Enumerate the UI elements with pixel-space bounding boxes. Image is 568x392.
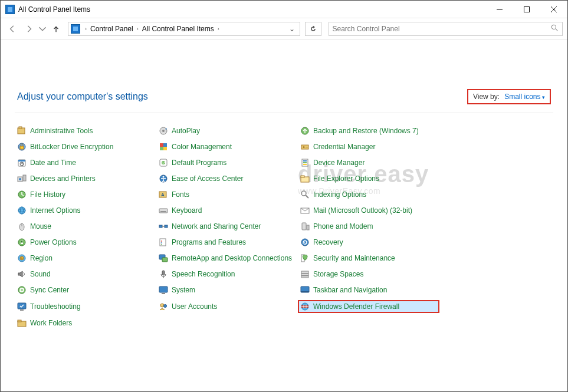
control-panel-item[interactable]: Windows Defender Firewall <box>298 300 439 313</box>
item-label: Mail (Microsoft Outlook) (32-bit) <box>313 206 412 215</box>
control-panel-item[interactable]: Administrative Tools <box>15 125 156 137</box>
view-by-control: View by: Small icons <box>467 89 551 104</box>
maximize-button[interactable] <box>513 1 540 18</box>
control-panel-item[interactable]: Color Management <box>156 141 298 153</box>
search-icon[interactable] <box>551 24 559 34</box>
control-panel-item[interactable]: Taskbar and Navigation <box>298 284 439 296</box>
refresh-button[interactable] <box>305 22 321 36</box>
control-panel-item[interactable]: AutoPlay <box>156 125 298 137</box>
chevron-right-icon[interactable]: › <box>85 26 87 32</box>
control-panel-item[interactable]: Ease of Access Center <box>156 173 298 185</box>
svg-point-33 <box>19 178 21 180</box>
users-icon <box>159 302 168 311</box>
control-panel-item[interactable]: Sync Center <box>15 284 156 296</box>
keyboard-icon <box>159 206 168 215</box>
explorer-icon <box>300 174 310 183</box>
control-panel-item[interactable]: Indexing Options <box>298 189 439 200</box>
breadcrumb-root[interactable]: Control Panel <box>89 24 134 34</box>
control-panel-item[interactable]: Keyboard <box>156 205 298 216</box>
item-label: Network and Sharing Center <box>172 222 261 230</box>
control-panel-item[interactable]: Region <box>15 252 156 264</box>
back-button[interactable] <box>5 22 19 36</box>
svg-text:A: A <box>161 192 165 197</box>
control-panel-item[interactable]: Default Programs <box>156 157 298 169</box>
control-panel-item[interactable]: Devices and Printers <box>15 173 156 185</box>
control-panel-item[interactable]: Phone and Modem <box>298 220 439 232</box>
control-panel-item[interactable]: Work Folders <box>15 317 156 329</box>
control-panel-item[interactable]: Programs and Features <box>156 236 298 248</box>
search-box[interactable] <box>329 22 563 36</box>
view-by-dropdown[interactable]: Small icons <box>504 93 545 101</box>
svg-rect-14 <box>163 143 167 147</box>
control-panel-item[interactable]: Troubleshooting <box>15 300 156 313</box>
control-panel-item[interactable]: RemoteApp and Desktop Connections <box>156 252 298 264</box>
control-panel-item[interactable]: Mouse <box>15 220 156 232</box>
svg-rect-82 <box>20 309 24 311</box>
control-panel-item[interactable]: Storage Spaces <box>298 268 439 280</box>
svg-rect-53 <box>165 225 168 228</box>
control-panel-item[interactable]: File Explorer Options <box>298 173 439 185</box>
control-panel-item[interactable]: Speech Recognition <box>156 268 298 280</box>
item-label: Sync Center <box>30 286 69 294</box>
item-label: Credential Manager <box>313 143 375 151</box>
svg-rect-52 <box>159 225 162 228</box>
svg-rect-77 <box>159 286 168 292</box>
svg-rect-48 <box>160 211 166 212</box>
svg-point-41 <box>301 191 306 196</box>
svg-rect-78 <box>162 293 165 294</box>
internet-icon <box>17 206 27 215</box>
control-panel-item[interactable]: Credential Manager <box>298 141 439 153</box>
address-bar[interactable]: › Control Panel › All Control Panel Item… <box>68 22 300 36</box>
control-panel-item[interactable]: Power Options <box>15 236 156 248</box>
content-area: driver easy www.DriverEasy.com Adjust yo… <box>1 39 567 340</box>
svg-rect-29 <box>303 162 307 163</box>
control-panel-item[interactable]: Network and Sharing Center <box>156 220 298 232</box>
control-panel-item[interactable]: Recovery <box>298 236 439 248</box>
sound-icon <box>17 269 27 279</box>
remote-icon <box>159 253 168 263</box>
network-icon <box>159 222 168 231</box>
search-input[interactable] <box>333 25 551 33</box>
svg-rect-59 <box>21 241 23 243</box>
control-panel-item[interactable]: Device Manager <box>298 157 439 169</box>
admin-tools-icon <box>17 126 27 136</box>
control-panel-item[interactable]: Mail (Microsoft Outlook) (32-bit) <box>298 205 439 216</box>
item-label: RemoteApp and Desktop Connections <box>172 254 292 262</box>
sync-icon <box>17 285 27 295</box>
item-label: Work Folders <box>30 319 72 327</box>
svg-point-62 <box>161 242 162 243</box>
item-label: Troubleshooting <box>30 302 81 311</box>
window-buttons <box>486 1 567 18</box>
svg-rect-30 <box>303 164 307 165</box>
item-label: Color Management <box>172 143 232 151</box>
item-label: Internet Options <box>30 206 80 215</box>
control-panel-item[interactable]: Security and Maintenance <box>298 252 439 264</box>
control-panel-item[interactable]: AFonts <box>156 189 298 200</box>
items-grid: Administrative ToolsAutoPlayBackup and R… <box>15 125 553 329</box>
close-button[interactable] <box>540 1 567 18</box>
svg-rect-73 <box>301 271 308 274</box>
item-label: AutoPlay <box>172 127 200 135</box>
up-button[interactable] <box>49 22 63 36</box>
control-panel-item[interactable]: Date and Time <box>15 157 156 169</box>
minimize-button[interactable] <box>486 1 513 18</box>
control-panel-item[interactable]: System <box>156 284 298 296</box>
control-panel-item[interactable]: BitLocker Drive Encryption <box>15 141 156 153</box>
svg-point-18 <box>303 146 305 148</box>
control-panel-item[interactable]: Backup and Restore (Windows 7) <box>298 125 439 137</box>
control-panel-item[interactable]: Sound <box>15 268 156 280</box>
control-panel-item[interactable]: User Accounts <box>156 300 298 313</box>
control-panel-item[interactable]: File History <box>15 189 156 200</box>
recent-dropdown[interactable] <box>38 22 47 36</box>
svg-point-35 <box>163 176 165 178</box>
breadcrumb-current[interactable]: All Control Panel Items <box>141 24 215 34</box>
control-panel-icon <box>71 24 80 34</box>
chevron-right-icon[interactable]: › <box>218 26 219 32</box>
address-dropdown-icon[interactable]: ⌄ <box>287 25 297 33</box>
taskbar-icon <box>300 285 310 295</box>
svg-rect-13 <box>160 143 163 147</box>
chevron-right-icon[interactable]: › <box>137 26 139 32</box>
control-panel-item[interactable]: Internet Options <box>15 205 156 216</box>
view-by-label: View by: <box>473 93 500 101</box>
forward-button[interactable] <box>22 22 36 36</box>
